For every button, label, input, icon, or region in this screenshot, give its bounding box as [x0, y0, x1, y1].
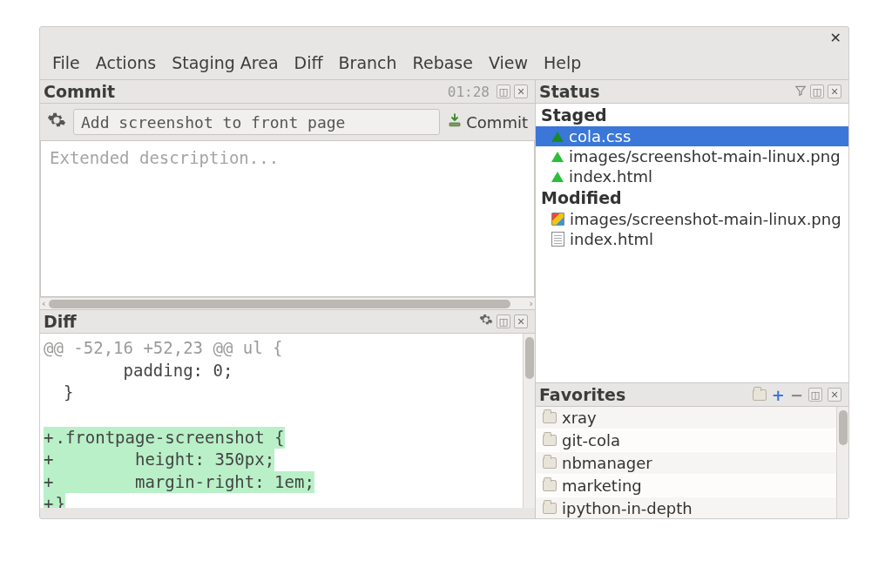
file-icon [551, 232, 564, 247]
status-file-name: images/screenshot-main-linux.png [570, 210, 841, 228]
favorite-name: ipython-in-depth [562, 499, 693, 517]
favorites-panel-title: Favorites [539, 385, 625, 404]
diff-detach-icon[interactable]: ◫ [497, 314, 510, 328]
commit-button[interactable]: Commit [447, 112, 528, 132]
app-window: ✕ File Actions Staging Area Diff Branch … [39, 26, 849, 519]
favorite-row[interactable]: nbmanager [536, 452, 848, 475]
diff-line[interactable]: @@ -52,16 +52,23 @@ ul { [44, 337, 530, 360]
folder-icon [543, 480, 557, 491]
status-tree[interactable]: Stagedcola.cssimages/screenshot-main-lin… [536, 104, 848, 382]
extended-description-input[interactable]: Extended description... [40, 140, 535, 297]
close-window-icon[interactable]: ✕ [830, 30, 841, 46]
menu-rebase[interactable]: Rebase [413, 53, 473, 72]
favorites-close-icon[interactable]: ✕ [828, 388, 841, 402]
titlebar: ✕ [40, 27, 848, 48]
diff-gear-icon[interactable] [479, 313, 493, 330]
commit-panel-title: Commit [44, 82, 115, 101]
right-column: Status ◫ ✕ Stagedcola.cssimages/screensh… [535, 79, 848, 518]
status-file-row[interactable]: images/screenshot-main-linux.png [536, 146, 848, 166]
menu-branch[interactable]: Branch [339, 53, 397, 72]
add-favorite-icon[interactable]: + [772, 386, 785, 404]
favorite-row[interactable]: ipython-in-depth [536, 497, 848, 518]
menu-actions[interactable]: Actions [96, 53, 156, 72]
staged-icon [551, 152, 564, 162]
diff-panel-title: Diff [44, 312, 77, 331]
commit-download-icon [447, 112, 463, 132]
favorite-row[interactable]: marketing [536, 475, 848, 497]
folder-icon [543, 503, 557, 514]
commit-time: 01:28 [448, 84, 490, 100]
detach-icon[interactable]: ◫ [497, 84, 510, 98]
menu-help[interactable]: Help [544, 53, 581, 72]
status-file-name: index.html [570, 230, 653, 248]
favorite-name: nbmanager [562, 454, 652, 472]
svg-rect-0 [449, 123, 460, 126]
menu-file[interactable]: File [52, 53, 80, 72]
menu-diff[interactable]: Diff [294, 53, 323, 72]
status-detach-icon[interactable]: ◫ [810, 84, 824, 98]
filter-icon[interactable] [794, 84, 807, 99]
favorite-name: xray [562, 409, 597, 427]
status-file-name: images/screenshot-main-linux.png [569, 147, 841, 166]
status-file-name: cola.css [569, 127, 631, 145]
favorites-list[interactable]: xraygit-colanbmanagermarketingipython-in… [536, 407, 848, 518]
diff-viewer[interactable]: @@ -52,16 +52,23 @@ ul { padding: 0; } +… [40, 334, 535, 508]
diff-line[interactable]: +.frontpage-screenshot { [44, 427, 530, 449]
main-content: Commit 01:28 ◫ ✕ Commit [40, 79, 848, 518]
favorites-panel-header: Favorites + − ◫ ✕ [536, 382, 848, 407]
favorites-detach-icon[interactable]: ◫ [808, 388, 822, 402]
diff-close-icon[interactable]: ✕ [514, 314, 528, 328]
commit-hscrollbar[interactable]: ‹ › [40, 297, 535, 309]
favorite-name: git-cola [562, 431, 620, 449]
remove-favorite-icon[interactable]: − [790, 386, 803, 404]
commit-summary-input[interactable] [73, 109, 440, 135]
status-section-label[interactable]: Modified [536, 186, 848, 209]
status-file-row[interactable]: index.html [536, 229, 848, 249]
diff-line[interactable]: +} [44, 493, 530, 508]
status-panel-header: Status ◫ ✕ [536, 79, 848, 104]
diff-panel-header: Diff ◫ ✕ [40, 309, 535, 334]
status-file-row[interactable]: images/screenshot-main-linux.png [536, 209, 848, 229]
menu-staging-area[interactable]: Staging Area [172, 53, 278, 72]
close-panel-icon[interactable]: ✕ [514, 84, 528, 98]
favorite-row[interactable]: xray [536, 407, 848, 429]
diff-line[interactable] [44, 404, 530, 427]
diff-line[interactable]: + margin-right: 1em; [44, 471, 530, 494]
status-file-name: index.html [569, 167, 652, 186]
menubar: File Actions Staging Area Diff Branch Re… [40, 48, 848, 79]
menu-view[interactable]: View [489, 53, 528, 72]
diff-line[interactable]: + height: 350px; [44, 449, 530, 471]
staged-icon [551, 132, 564, 142]
gear-icon[interactable] [47, 111, 66, 134]
status-close-icon[interactable]: ✕ [828, 84, 841, 98]
commit-panel-header: Commit 01:28 ◫ ✕ [40, 79, 535, 104]
folder-icon [543, 457, 557, 469]
folder-icon [543, 435, 557, 446]
extended-description-placeholder: Extended description... [50, 148, 279, 167]
diff-vscrollbar[interactable] [523, 334, 535, 508]
commit-toolbar: Commit [40, 104, 535, 140]
favorite-name: marketing [562, 476, 642, 495]
favorites-vscrollbar[interactable] [836, 407, 848, 518]
open-folder-icon[interactable] [753, 389, 767, 401]
folder-icon [543, 412, 557, 423]
favorite-row[interactable]: git-cola [536, 429, 848, 452]
status-file-row[interactable]: cola.css [536, 126, 848, 146]
image-file-icon [551, 213, 564, 226]
status-file-row[interactable]: index.html [536, 166, 848, 186]
left-column: Commit 01:28 ◫ ✕ Commit [40, 79, 535, 518]
staged-icon [551, 172, 564, 182]
status-panel-title: Status [539, 82, 600, 101]
status-section-label[interactable]: Staged [536, 104, 848, 126]
diff-line[interactable]: } [44, 382, 530, 404]
diff-line[interactable]: padding: 0; [44, 360, 530, 382]
